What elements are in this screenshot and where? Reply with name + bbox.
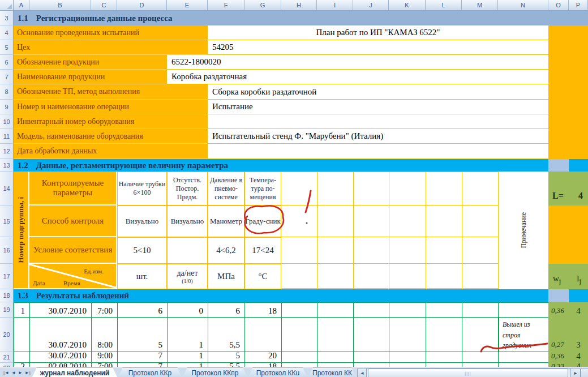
section-1-1-header[interactable]: 1.1 Регистрационные данные процесса [14,11,588,25]
cell-subgroup-num[interactable]: 1 [14,302,29,318]
col-header-L[interactable]: L [426,0,462,11]
col-header-M[interactable]: M [462,0,498,11]
row-header-15[interactable]: 15 [0,205,14,237]
cell-w[interactable]: 0,27 [548,318,569,352]
tab-split-handle[interactable] [581,368,588,377]
field-value-process[interactable]: Сборка коробки раздаточной [208,84,548,100]
condition-foreign[interactable] [167,237,208,264]
cell-tube[interactable]: 7 [117,352,167,362]
cell-pressure[interactable]: 5,5 [208,318,244,352]
field-label-workshop[interactable]: Цех [14,40,208,55]
field-value-operation[interactable]: Испытание [208,100,548,114]
condition-temp[interactable]: 17<24 [244,237,281,264]
field-label-product-code[interactable]: Обозначение продукции [14,55,167,70]
col-header-P[interactable]: P [569,0,588,11]
parameters-label-cell[interactable]: Контролируемые параметры [29,172,117,205]
stats-header-cell[interactable]: wj lj [548,264,588,289]
cell-date[interactable]: 30.07.2010 [29,318,91,352]
condition-tube[interactable]: 5<10 [117,237,167,264]
col-header-N[interactable]: N [498,0,548,11]
col-header-J[interactable]: J [353,0,389,11]
control-method-label-cell[interactable]: Способ контроля [29,205,117,237]
row-header-18[interactable]: 18 [0,289,14,302]
row-header-19[interactable]: 19 [0,302,14,318]
field-label-process[interactable]: Обозначение ТП, метод выполнения [14,84,208,100]
cell-P18[interactable] [569,289,588,302]
cell-O13[interactable] [548,159,569,172]
cell-P13[interactable] [569,159,588,172]
row-header-16[interactable]: 16 [0,237,14,264]
col-header-K[interactable]: K [389,0,426,11]
tab-nav-next-icon[interactable]: ► [18,370,23,375]
cell-foreign[interactable]: 1 [167,318,208,352]
field-value-product-name[interactable]: Коробка раздаточная [167,70,548,84]
field-label-equipment[interactable]: Модель, наименование оборудования [14,129,208,144]
note-header-cell[interactable]: Примечание [499,172,548,289]
subgroup-axis-cell[interactable]: Номер подгруппы, i [14,172,29,289]
row-header-21[interactable]: 21 [0,352,14,363]
row-header-6[interactable]: 6 [0,55,14,70]
cell-date[interactable]: 30.07.2010 [29,352,91,362]
row-header-11[interactable]: 11 [0,129,14,144]
unit-foreign[interactable]: да/нет (1/0) [167,264,208,289]
tab-protokol-kku[interactable]: Протокол ККu [248,367,308,377]
hscroll-right-arrow-icon[interactable]: ► [570,368,581,377]
cell-note[interactable]: Вышел из строя градусник [499,318,548,352]
col-header-H[interactable]: H [281,0,317,11]
field-label-operation[interactable]: Номер и наименование операции [14,100,208,114]
control-pressure[interactable]: Манометр [208,205,244,237]
condition-label-cell[interactable]: Условие соответствия [29,237,117,264]
row-header-3[interactable]: 3 [0,11,14,25]
col-header-G[interactable]: G [244,0,281,11]
cell-O18[interactable] [548,289,569,302]
col-header-O[interactable]: O [548,0,569,11]
field-value-product-code[interactable]: 6522-1800020 [167,55,548,70]
unit-temp[interactable]: °C [244,264,281,289]
tab-nav-last-icon[interactable]: ►| [25,370,31,375]
cell-time[interactable]: 9:00 [91,352,117,362]
row-header-10[interactable]: 10 [0,114,14,129]
hscroll-thumb[interactable]: |||| [368,369,568,377]
param-name-tube[interactable]: Наличие трубки 6×100 [117,172,167,205]
row-header-14[interactable]: 14 [0,172,14,205]
tab-protokol-kknr[interactable]: Протокол ККпр [182,367,248,377]
cell-l[interactable]: 3 [569,318,588,352]
row-header-7[interactable]: 7 [0,70,14,84]
cell-pressure[interactable]: 6 [208,302,244,318]
row-header-4[interactable]: 4 [0,25,14,40]
cell-foreign[interactable]: 1 [167,352,208,362]
subgroup-size-cell[interactable]: L= 4 [548,172,588,205]
cell-w[interactable]: 0,36 [548,302,569,318]
cell-foreign[interactable]: 0 [167,302,208,318]
tab-protokol-kkr[interactable]: Протокол ККр [118,367,182,377]
param-name-foreign[interactable]: Отсутств. Постор. Предм. [167,172,208,205]
col-header-F[interactable]: F [208,0,244,11]
row-header-17[interactable]: 17 [0,264,14,289]
field-value-basis[interactable]: План работ по ИП "КАМАЗ 6522" [208,25,548,40]
col-header-I[interactable]: I [317,0,353,11]
control-tube[interactable]: Визуально [117,205,167,237]
col-header-E[interactable]: E [167,0,208,11]
tab-nav-first-icon[interactable]: |◄ [3,370,9,375]
unit-pressure[interactable]: МПа [208,264,244,289]
param-name-pressure[interactable]: Давление в пневмо-системе [208,172,244,205]
field-label-processing-date[interactable]: Дата обработки данных [14,144,208,159]
row-header-12[interactable]: 12 [0,144,14,159]
row-header-20[interactable]: 20 [0,318,14,352]
section-1-2-header[interactable]: 1.2 Данные, регламентирующие величину па… [14,159,548,172]
control-foreign[interactable]: Визуально [167,205,208,237]
section-1-3-header[interactable]: 1.3 Результаты наблюдений [14,289,548,302]
cell-tube[interactable]: 6 [117,302,167,318]
condition-pressure[interactable]: 4<6,2 [208,237,244,264]
field-value-inventory[interactable] [208,114,548,129]
diagonal-header-cell[interactable]: Ед.изм. Дата Время [29,264,117,289]
cell-pressure[interactable]: 5 [208,352,244,362]
row-header-9[interactable]: 9 [0,100,14,114]
param-name-temp[interactable]: Темпера-тура по-мещения [244,172,281,205]
row-header-8[interactable]: 8 [0,84,14,100]
field-value-workshop[interactable]: 54205 [208,40,548,55]
cell-temp[interactable]: 20 [244,352,281,362]
cell-time[interactable]: 8:00 [91,318,117,352]
field-label-product-name[interactable]: Наименование продукции [14,70,167,84]
select-all-corner[interactable] [0,0,14,11]
